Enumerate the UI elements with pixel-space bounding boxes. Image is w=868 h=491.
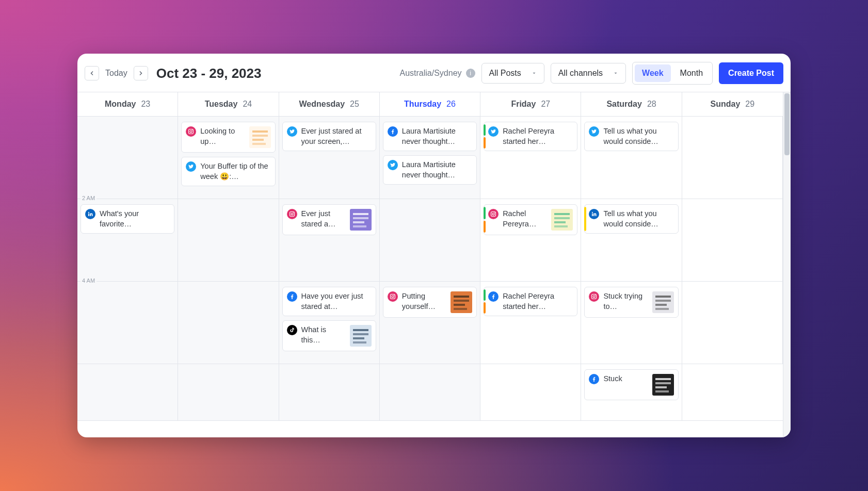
calendar-cell[interactable] xyxy=(178,199,279,282)
calendar-cell[interactable]: Ever just stared at your screen,… xyxy=(279,117,380,199)
calendar-cell[interactable]: 2 AMWhat's your favorite… xyxy=(77,199,178,282)
calendar-cell[interactable]: Looking to up… Your Buffer tip of the we… xyxy=(178,117,279,199)
posts-filter-dropdown[interactable]: All Posts xyxy=(481,63,544,84)
day-header[interactable]: Monday23 xyxy=(77,92,178,116)
post-card[interactable]: Have you ever just stared at… xyxy=(282,287,376,316)
svg-rect-34 xyxy=(454,300,469,302)
post-thumbnail xyxy=(652,374,674,396)
channels-filter-dropdown[interactable]: All channels xyxy=(551,63,626,84)
svg-rect-41 xyxy=(655,296,671,298)
timezone-label: Australia/Sydney xyxy=(400,69,462,78)
svg-rect-44 xyxy=(655,308,669,310)
post-thumbnail xyxy=(451,291,472,313)
svg-rect-36 xyxy=(454,308,467,310)
calendar-cell[interactable] xyxy=(682,282,783,364)
calendar-cell[interactable]: Rachel Pereyra started her… xyxy=(480,117,581,199)
twitter-icon xyxy=(287,126,297,137)
day-header[interactable]: Saturday28 xyxy=(581,92,682,116)
view-toggle-month[interactable]: Month xyxy=(673,64,710,82)
svg-rect-28 xyxy=(353,341,366,343)
calendar-cell[interactable] xyxy=(178,364,279,421)
calendar-cell[interactable] xyxy=(380,199,480,282)
day-header[interactable]: Sunday29 xyxy=(682,92,783,116)
calendar-cell[interactable]: Putting yourself… xyxy=(380,282,480,364)
info-icon[interactable]: i xyxy=(466,69,475,78)
scrollbar[interactable] xyxy=(783,92,791,437)
svg-point-1 xyxy=(190,130,192,133)
calendar-cell[interactable]: Tell us what you would conside… xyxy=(581,199,682,282)
posts-filter-label: All Posts xyxy=(489,69,521,78)
calendar-cell[interactable] xyxy=(682,364,783,421)
svg-rect-43 xyxy=(655,304,667,306)
post-card[interactable]: Ever just stared a… xyxy=(282,204,376,235)
calendar-cell[interactable]: Stuck xyxy=(581,364,682,421)
next-week-button[interactable] xyxy=(134,66,148,80)
post-card[interactable]: What's your favorite… xyxy=(81,204,174,234)
post-text: What's your favorite… xyxy=(100,209,170,229)
calendar-cell[interactable] xyxy=(178,282,279,364)
day-number: 27 xyxy=(541,100,550,108)
time-label: 2 AM xyxy=(81,195,97,201)
post-card[interactable]: What is this… xyxy=(282,320,376,351)
day-header[interactable]: Wednesday25 xyxy=(279,92,380,116)
post-thumbnail xyxy=(249,126,271,148)
post-text: Have you ever just stared at… xyxy=(301,291,372,312)
day-number: 29 xyxy=(745,100,754,108)
post-card[interactable]: Tell us what you would conside… xyxy=(584,122,678,151)
post-thumbnail xyxy=(652,291,674,313)
prev-week-button[interactable] xyxy=(85,66,99,80)
calendar-cell[interactable]: Tell us what you would conside… xyxy=(581,117,682,199)
facebook-icon xyxy=(287,291,297,302)
post-thumbnail xyxy=(350,209,372,231)
calendar-cell[interactable]: Ever just stared a… xyxy=(279,199,380,282)
instagram-icon xyxy=(186,126,196,137)
post-card[interactable]: Rachel Pereyra started her… xyxy=(484,287,577,316)
view-toggle-week[interactable]: Week xyxy=(635,64,671,82)
svg-rect-15 xyxy=(353,225,366,227)
calendar-cell[interactable]: Rachel Pereyra started her… xyxy=(480,282,581,364)
day-header[interactable]: Tuesday24 xyxy=(178,92,279,116)
svg-point-10 xyxy=(293,212,294,213)
today-button[interactable]: Today xyxy=(105,69,127,78)
calendar-cell[interactable] xyxy=(77,117,178,199)
post-card[interactable]: Putting yourself… xyxy=(383,287,477,318)
post-card[interactable]: Rachel Pereyra started her… xyxy=(484,122,577,151)
post-card[interactable]: Tell us what you would conside… xyxy=(584,204,678,234)
svg-rect-49 xyxy=(655,390,669,392)
arrow-right-icon xyxy=(138,70,144,76)
day-number: 25 xyxy=(350,100,359,108)
post-card[interactable]: Ever just stared at your screen,… xyxy=(282,122,376,151)
create-post-button[interactable]: Create Post xyxy=(719,62,783,84)
svg-point-38 xyxy=(593,296,595,298)
status-stripes xyxy=(484,124,486,149)
calendar-cell[interactable]: Have you ever just stared at…What is thi… xyxy=(279,282,380,364)
calendar-cell[interactable] xyxy=(480,364,581,421)
post-card[interactable]: Your Buffer tip of the week 😃:… xyxy=(181,157,275,186)
calendar-scroll[interactable]: Monday23Tuesday24Wednesday25Thursday26Fr… xyxy=(77,92,783,437)
calendar-cell[interactable] xyxy=(682,117,783,199)
day-header[interactable]: Thursday26 xyxy=(380,92,480,116)
svg-rect-42 xyxy=(655,300,671,302)
post-card[interactable]: Rachel Pereyra… xyxy=(484,204,577,235)
svg-rect-23 xyxy=(554,225,568,227)
calendar-cell[interactable]: Laura Martisiute never thought…Laura Mar… xyxy=(380,117,480,199)
post-card[interactable]: Looking to up… xyxy=(181,122,275,153)
day-header[interactable]: Friday27 xyxy=(480,92,581,116)
calendar-cell[interactable] xyxy=(279,364,380,421)
calendar-cell[interactable]: Rachel Pereyra… xyxy=(480,199,581,282)
status-stripes xyxy=(484,289,486,314)
calendar-cell[interactable] xyxy=(77,364,178,421)
post-card[interactable]: Stuck xyxy=(584,369,678,400)
calendar-cell[interactable]: Stuck trying to… xyxy=(581,282,682,364)
post-card[interactable]: Stuck trying to… xyxy=(584,287,678,318)
twitter-icon xyxy=(589,126,599,137)
day-number: 24 xyxy=(243,100,252,108)
scroll-thumb[interactable] xyxy=(784,93,790,155)
calendar-cell[interactable] xyxy=(682,199,783,282)
svg-rect-14 xyxy=(353,221,364,223)
post-card[interactable]: Laura Martisiute never thought… xyxy=(383,155,477,185)
day-name: Tuesday xyxy=(205,100,238,108)
calendar-cell[interactable] xyxy=(380,364,480,421)
post-card[interactable]: Laura Martisiute never thought… xyxy=(383,122,477,151)
calendar-cell[interactable]: 4 AM xyxy=(77,282,178,364)
